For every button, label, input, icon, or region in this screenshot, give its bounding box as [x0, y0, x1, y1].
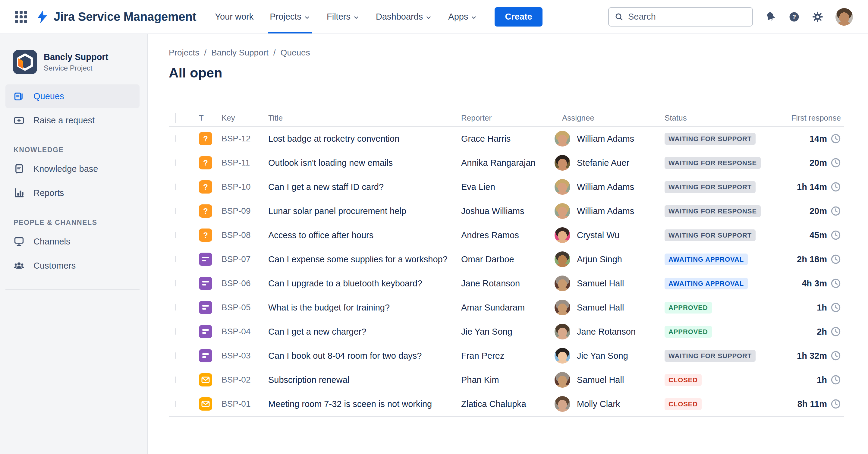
sidebar-item-channels[interactable]: Channels — [5, 230, 140, 253]
nav-item-label: Filters — [327, 12, 350, 22]
breadcrumb-item[interactable]: Bancly Support — [211, 48, 269, 58]
issue-title[interactable]: Access to office after hours — [265, 230, 458, 240]
row-checkbox[interactable] — [175, 208, 176, 214]
request-type-icon — [199, 253, 212, 266]
nav-item-your-work[interactable]: Your work — [215, 0, 253, 33]
gear-icon — [812, 11, 824, 23]
table-row[interactable]: BSP-06 Can I upgrade to a bluetooth keyb… — [169, 271, 844, 296]
issue-title[interactable]: Meeting room 7-32 is sceen is not workin… — [265, 399, 458, 409]
sidebar-item-queues[interactable]: Queues — [5, 84, 140, 108]
table-row[interactable]: BSP-07 Can I expense some supplies for a… — [169, 247, 844, 271]
issue-key[interactable]: BSP-03 — [218, 351, 265, 361]
row-checkbox[interactable] — [175, 135, 176, 142]
row-checkbox[interactable] — [175, 159, 176, 166]
nav-item-dashboards[interactable]: Dashboards — [376, 0, 432, 33]
table-row[interactable]: ? BSP-12 Lost badge at rocketry conventi… — [169, 127, 844, 151]
row-checkbox[interactable] — [175, 232, 176, 238]
issue-title[interactable]: Can I get a new charger? — [265, 327, 458, 337]
issue-key[interactable]: BSP-01 — [218, 399, 265, 409]
status-badge: WAITING FOR SUPPORT — [664, 133, 755, 145]
sidebar-item-label: Queues — [33, 91, 64, 101]
row-checkbox[interactable] — [175, 401, 176, 407]
notifications-button[interactable] — [765, 11, 776, 23]
app-grid-icon — [15, 11, 27, 23]
issue-title[interactable]: Lost badge at rocketry convention — [265, 134, 458, 144]
status-badge: AWAITING APPROVAL — [664, 253, 748, 265]
jira-logo[interactable]: Jira Service Management — [36, 0, 196, 33]
issue-key[interactable]: BSP-07 — [218, 254, 265, 264]
row-checkbox[interactable] — [175, 328, 176, 335]
clock-icon — [831, 254, 841, 264]
sidebar-divider — [5, 290, 140, 290]
issue-title[interactable]: Can I upgrade to a bluetooth keyboard? — [265, 278, 458, 289]
issue-key[interactable]: BSP-02 — [218, 375, 265, 385]
help-button[interactable]: ? — [788, 11, 800, 23]
row-checkbox[interactable] — [175, 376, 176, 383]
issue-key[interactable]: BSP-11 — [218, 158, 265, 168]
sidebar-item-knowledge-base[interactable]: Knowledge base — [5, 157, 140, 181]
create-button[interactable]: Create — [495, 7, 542, 27]
table-row[interactable]: BSP-05 What is the budget for training? … — [169, 296, 844, 320]
user-profile-button[interactable] — [835, 8, 853, 26]
issue-key[interactable]: BSP-09 — [218, 206, 265, 216]
issue-key[interactable]: BSP-12 — [218, 134, 265, 144]
table-row[interactable]: ? BSP-11 Outlook isn't loading new email… — [169, 151, 844, 175]
table-row[interactable]: ? BSP-08 Access to office after hours An… — [169, 223, 844, 247]
issue-title[interactable]: Can I get a new staff ID card? — [265, 182, 458, 192]
issue-title[interactable]: What is the budget for training? — [265, 303, 458, 313]
issue-key[interactable]: BSP-08 — [218, 230, 265, 240]
sidebar-item-raise-request[interactable]: Raise a request — [5, 109, 140, 132]
sidebar-section-title: KNOWLEDGE — [0, 146, 147, 154]
chevron-down-icon — [304, 14, 310, 21]
knowledge-base-icon — [13, 163, 24, 174]
issue-title[interactable]: Outlook isn't loading new emails — [265, 158, 458, 168]
breadcrumb-item[interactable]: Queues — [281, 48, 310, 58]
table-row[interactable]: ? BSP-10 Can I get a new staff ID card? … — [169, 175, 844, 199]
issue-key[interactable]: BSP-05 — [218, 303, 265, 312]
clock-icon — [831, 351, 841, 361]
nav-item-filters[interactable]: Filters — [327, 0, 360, 33]
settings-button[interactable] — [812, 11, 824, 23]
issue-reporter: Omar Darboe — [458, 254, 552, 264]
table-row[interactable]: BSP-01 Meeting room 7-32 is sceen is not… — [169, 392, 844, 416]
assignee-avatar — [555, 324, 570, 339]
row-checkbox[interactable] — [175, 256, 176, 262]
status-badge: APPROVED — [664, 326, 712, 338]
sidebar-item-reports[interactable]: Reports — [5, 181, 140, 205]
issue-title[interactable]: Lunar solar panel procurement help — [265, 206, 458, 216]
issue-title[interactable]: Can I expense some supplies for a worksh… — [265, 254, 458, 264]
issue-key[interactable]: BSP-04 — [218, 327, 265, 336]
sidebar-section: PEOPLE & CHANNELS Channels Customers — [0, 218, 147, 277]
app-switcher-button[interactable] — [13, 0, 29, 33]
table-row[interactable]: BSP-03 Can I book out 8-04 room for two … — [169, 344, 844, 368]
project-type: Service Project — [44, 64, 108, 72]
table-row[interactable]: BSP-02 Subscription renewal Phan Kim Sam… — [169, 368, 844, 392]
assignee-avatar — [555, 372, 570, 388]
issue-key[interactable]: BSP-06 — [218, 278, 265, 288]
row-checkbox[interactable] — [175, 280, 176, 286]
status-badge: WAITING FOR RESPONSE — [664, 157, 761, 169]
nav-item-apps[interactable]: Apps — [448, 0, 477, 33]
select-all-checkbox[interactable] — [175, 113, 176, 123]
issue-key[interactable]: BSP-10 — [218, 182, 265, 192]
svg-text:?: ? — [203, 158, 208, 167]
table-row[interactable]: BSP-04 Can I get a new charger? Jie Yan … — [169, 320, 844, 344]
issue-title[interactable]: Subscription renewal — [265, 375, 458, 385]
sidebar-item-customers[interactable]: Customers — [5, 254, 140, 277]
assignee-name: Samuel Hall — [577, 375, 624, 385]
project-header[interactable]: Bancly Support Service Project — [0, 50, 147, 74]
row-checkbox[interactable] — [175, 353, 176, 359]
question-type-icon: ? — [199, 132, 212, 145]
issue-reporter: Andres Ramos — [458, 230, 552, 240]
breadcrumb-item[interactable]: Projects — [169, 48, 199, 58]
row-checkbox[interactable] — [175, 304, 176, 310]
search-input[interactable] — [628, 12, 747, 22]
assignee-name: Jane Rotanson — [577, 327, 636, 337]
sidebar-section-title: PEOPLE & CHANNELS — [0, 218, 147, 227]
issue-title[interactable]: Can I book out 8-04 room for two days? — [265, 351, 458, 361]
first-response-time: 14m — [809, 134, 827, 144]
nav-item-projects[interactable]: Projects — [270, 0, 310, 33]
row-checkbox[interactable] — [175, 184, 176, 190]
issue-reporter: Jane Rotanson — [458, 278, 552, 289]
table-row[interactable]: ? BSP-09 Lunar solar panel procurement h… — [169, 199, 844, 223]
